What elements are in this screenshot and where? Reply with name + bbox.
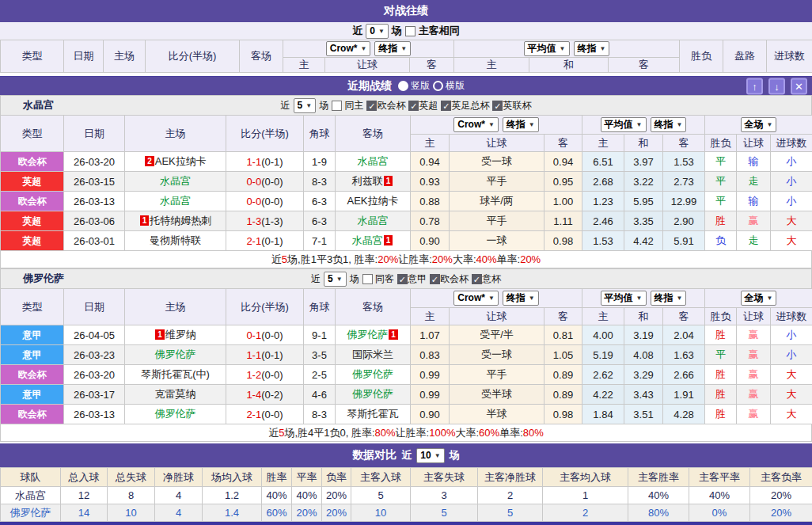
handicap-result: 赢 xyxy=(737,345,771,365)
layout-radio-group: 竖版 横版 xyxy=(398,79,465,93)
match-date: 26-03-20 xyxy=(64,365,125,385)
same-venue-filter[interactable]: 同客 xyxy=(362,272,394,286)
move-up-button[interactable]: ↑ xyxy=(746,78,763,94)
h2h-col-trend: 盘路 xyxy=(723,40,767,73)
compare-col-header: 负率 xyxy=(322,468,351,487)
league-filter[interactable]: ✓英超 xyxy=(408,99,438,112)
close-button[interactable]: ✕ xyxy=(791,78,807,94)
radio-unselected-icon xyxy=(433,81,443,91)
away-team: 国际米兰 xyxy=(336,345,411,365)
compare-games-suffix: 场 xyxy=(450,448,460,462)
compare-value: 4 xyxy=(155,504,203,522)
avg-select[interactable]: 平均值▼ xyxy=(601,117,647,132)
team-games-select[interactable]: 5▼ xyxy=(294,98,317,113)
avg-home: 5.19 xyxy=(582,345,624,365)
summary-segment: 让胜率: xyxy=(398,253,432,267)
col-score: 比分(半场) xyxy=(226,289,304,325)
compare-row: 佛罗伦萨141041.460%20%20%1055280%0%20% xyxy=(1,504,812,522)
col-away: 客场 xyxy=(336,289,411,325)
team-games-select[interactable]: 5▼ xyxy=(324,272,347,287)
summary-segment: 场,胜1平3负1, 胜率: xyxy=(287,253,378,267)
league-badge: 欧会杯 xyxy=(1,152,64,172)
crow-select[interactable]: Crow*▼ xyxy=(453,291,499,306)
compare-col-header: 主客胜率 xyxy=(628,468,689,487)
league-badge: 欧会杯 xyxy=(1,192,64,211)
result-badge: 平 xyxy=(705,152,737,172)
compare-col-header: 主客净胜球 xyxy=(478,468,543,487)
h2h-games-select[interactable]: 0▼ xyxy=(366,24,389,39)
avg-draw: 4.42 xyxy=(624,231,663,251)
match-score: 0-0(0-0) xyxy=(226,192,304,211)
away-team: 佛罗伦萨 xyxy=(336,385,411,405)
final2-select[interactable]: 终指▼ xyxy=(651,291,687,306)
match-date: 26-03-01 xyxy=(64,231,125,251)
avg-select[interactable]: 平均值▼ xyxy=(601,291,647,306)
match-date: 26-03-13 xyxy=(64,405,125,424)
compare-col-header: 场均入球 xyxy=(203,468,262,487)
league-badge: 意甲 xyxy=(1,385,64,405)
arrow-up-icon: ↑ xyxy=(752,80,757,92)
summary-segment: 单率: xyxy=(499,426,523,440)
team-filter-row: 水晶宫近5▼场 同主✓欧会杯✓英超✓英足总杯✓英联杯 xyxy=(0,95,812,115)
summary-segment: 40% xyxy=(476,253,497,265)
h2h-final2-select[interactable]: 终指▼ xyxy=(574,41,610,56)
compare-games-select[interactable]: 10▼ xyxy=(416,448,444,463)
final-select[interactable]: 终指▼ xyxy=(503,291,539,306)
same-home-away-checkbox[interactable] xyxy=(405,26,415,36)
chevron-down-icon: ▼ xyxy=(378,25,385,38)
league-filter[interactable]: ✓英足总杯 xyxy=(441,99,489,112)
league-filter[interactable]: ✓欧会杯 xyxy=(366,99,405,112)
full-match-select[interactable]: 全场▼ xyxy=(741,117,777,132)
move-down-button[interactable]: ↓ xyxy=(768,78,785,94)
handicap-line: 受平/半 xyxy=(450,325,544,345)
league-filter[interactable]: ✓意甲 xyxy=(397,272,427,286)
checkbox-unchecked-icon xyxy=(362,274,373,284)
bottom-purple-strip xyxy=(0,522,812,525)
compare-team-name: 水晶宫 xyxy=(1,487,61,504)
match-date: 26-03-23 xyxy=(64,345,125,365)
final2-select[interactable]: 终指▼ xyxy=(651,117,687,132)
handicap-line: 受一球 xyxy=(450,152,544,172)
handicap-line: 平手 xyxy=(450,365,544,385)
full-match-select[interactable]: 全场▼ xyxy=(741,291,777,306)
final-select[interactable]: 终指▼ xyxy=(503,117,539,132)
match-date: 26-03-17 xyxy=(64,385,125,405)
col-type: 类型 xyxy=(1,289,64,325)
match-score: 0-1(0-0) xyxy=(226,325,304,345)
summary-segment: 大率: xyxy=(453,253,476,267)
h2h-avg-select[interactable]: 平均值▼ xyxy=(524,41,570,56)
same-venue-filter[interactable]: 同主 xyxy=(332,99,363,112)
h2h-col-goals: 进球数 xyxy=(767,40,812,73)
league-filter[interactable]: ✓意杯 xyxy=(472,272,501,286)
compare-value: 40% xyxy=(628,487,689,504)
avg-away: 12.99 xyxy=(663,192,705,211)
compare-value: 20% xyxy=(750,504,812,522)
compare-value: 2 xyxy=(478,487,543,504)
col-score: 比分(半场) xyxy=(226,116,304,152)
handicap-result: 输 xyxy=(737,192,771,211)
away-odds: 0.94 xyxy=(544,152,582,172)
compare-value: 5 xyxy=(351,487,411,504)
goals-result: 小 xyxy=(771,172,812,192)
h2h-final-select[interactable]: 终指▼ xyxy=(374,41,411,56)
compare-value: 1.2 xyxy=(203,487,262,504)
match-score: 1-4(0-2) xyxy=(226,385,304,405)
league-filter[interactable]: ✓欧会杯 xyxy=(430,272,469,286)
avg-draw: 3.29 xyxy=(624,365,663,385)
vertical-layout-radio[interactable]: 竖版 xyxy=(398,79,430,93)
match-score: 1-1(0-1) xyxy=(226,152,304,172)
league-filter[interactable]: ✓英联杯 xyxy=(492,99,531,112)
col-type: 类型 xyxy=(1,116,64,152)
away-odds: 1.00 xyxy=(544,192,582,211)
home-odds: 0.88 xyxy=(411,192,450,211)
chevron-down-icon: ▼ xyxy=(336,272,343,286)
chevron-down-icon: ▼ xyxy=(677,118,683,131)
col-home-avg: 主 xyxy=(582,135,624,152)
match-date: 26-04-05 xyxy=(64,325,125,345)
compare-value: 40% xyxy=(689,487,750,504)
h2h-crow-select[interactable]: Crow*▼ xyxy=(326,41,371,56)
crow-select[interactable]: Crow*▼ xyxy=(453,117,499,132)
horizontal-layout-radio[interactable]: 横版 xyxy=(433,79,465,93)
summary-segment: 60% xyxy=(479,427,499,439)
match-date: 26-03-06 xyxy=(64,211,125,231)
